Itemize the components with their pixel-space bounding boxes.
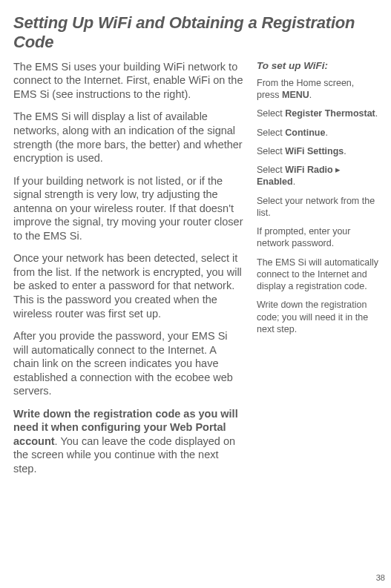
step-text: Select <box>257 108 285 119</box>
sidebar-step: Select WiFi Settings. <box>257 145 379 157</box>
step-text: . <box>344 146 346 156</box>
step-text: . <box>375 108 378 119</box>
ui-label: Enabled <box>257 176 293 187</box>
sidebar-step: The EMS Si will automatically connect to… <box>257 257 379 293</box>
main-paragraph: Once your network has been detected, sel… <box>13 251 243 320</box>
ui-label: Register Thermostat <box>285 108 375 119</box>
sidebar-column: To set up WiFi: From the Home screen, pr… <box>257 60 379 485</box>
sidebar-step: From the Home screen, press MENU. <box>257 77 379 102</box>
content-container: The EMS Si uses your building WiFi netwo… <box>13 60 384 485</box>
step-text: . <box>325 128 327 138</box>
arrow-icon: ▸ <box>333 165 341 175</box>
sidebar-step: Write down the registration code; you wi… <box>257 299 379 335</box>
main-paragraph: After you provide the password, your EMS… <box>13 329 243 398</box>
page-number: 38 <box>376 573 385 582</box>
page-heading: Setting Up WiFi and Obtaining a Registra… <box>13 13 384 53</box>
main-paragraph: The EMS Si uses your building WiFi netwo… <box>13 60 243 102</box>
ui-label: WiFi Radio <box>285 165 332 175</box>
main-column: The EMS Si uses your building WiFi netwo… <box>13 60 243 485</box>
sidebar-step: If prompted, enter your network password… <box>257 225 379 250</box>
step-text: . <box>293 176 295 187</box>
sidebar-step: Select Continue. <box>257 127 379 139</box>
sidebar-step: Select WiFi Radio ▸ Enabled. <box>257 164 379 188</box>
main-paragraph: If your building network is not listed, … <box>13 174 243 243</box>
sidebar-heading: To set up WiFi: <box>257 60 379 71</box>
main-paragraph: The EMS Si will display a list of availa… <box>13 110 243 165</box>
ui-label: Continue <box>285 128 325 138</box>
step-text: Select <box>257 146 285 156</box>
ui-label: MENU <box>282 90 309 100</box>
step-text: Select <box>257 165 285 175</box>
step-text: . <box>309 90 312 100</box>
main-paragraph: Write down the registration code as you … <box>13 407 243 476</box>
ui-label: WiFi Settings <box>285 146 344 156</box>
sidebar-step: Select your network from the list. <box>257 195 379 219</box>
step-text: Select <box>257 128 285 138</box>
sidebar-step: Select Register Thermostat. <box>257 108 379 119</box>
